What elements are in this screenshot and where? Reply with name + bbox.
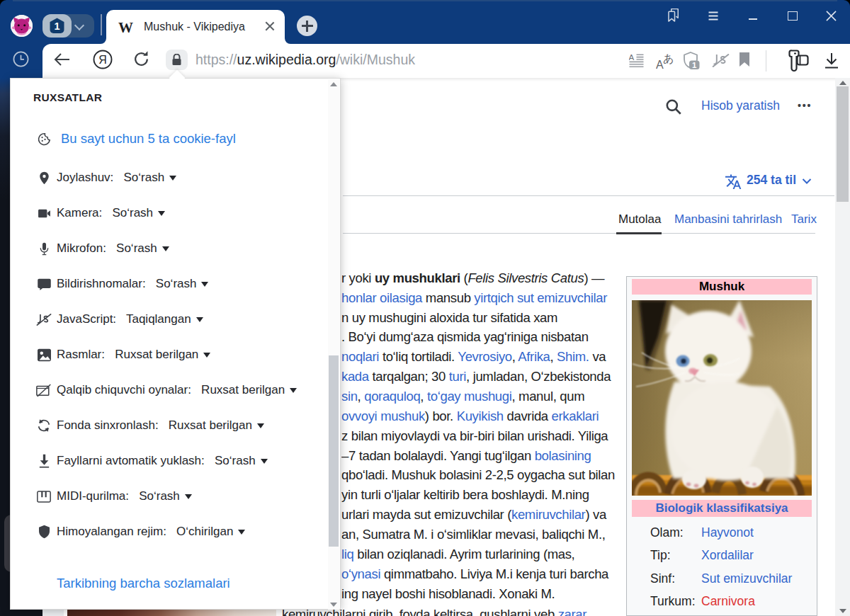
svg-text:あ: あ bbox=[663, 52, 674, 64]
svg-text:A: A bbox=[629, 54, 635, 62]
svg-text:Я: Я bbox=[98, 54, 107, 66]
svg-text:1: 1 bbox=[692, 61, 697, 69]
svg-text:1: 1 bbox=[54, 21, 60, 32]
